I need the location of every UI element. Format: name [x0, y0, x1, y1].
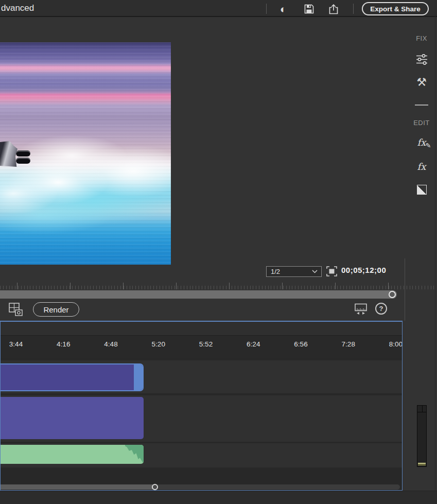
clip-transition-cap[interactable] — [134, 364, 143, 390]
panel-separator — [405, 258, 405, 321]
question-mark: ? — [379, 305, 383, 312]
effects-fx-icon[interactable]: fx — [410, 161, 433, 172]
scrollbar-filled-segment — [1, 484, 156, 490]
fit-screen-icon-svg — [326, 266, 337, 276]
pencil-icon: ✎ — [426, 142, 431, 149]
adjustments-sliders-icon[interactable] — [410, 54, 433, 65]
save-icon-svg — [304, 4, 314, 14]
render-button[interactable]: Render — [33, 302, 79, 317]
ruler-label: 4:16 — [57, 340, 70, 348]
preview-zoom-dropdown[interactable]: 1/2 — [266, 266, 322, 277]
boat-motor-graphic — [16, 158, 30, 164]
ruler-label: 8:00 — [389, 340, 403, 348]
audio-waveform-end — [125, 445, 144, 464]
ruler-label: 5:52 — [199, 340, 213, 348]
app-title: dvanced — [1, 3, 34, 13]
share-icon-svg — [328, 4, 339, 14]
ruler-label: 5:20 — [152, 340, 165, 348]
timeline-header-strip — [1, 322, 402, 336]
top-bar: dvanced ◐ Export & Share — [0, 0, 437, 17]
video-preview-monitor[interactable] — [0, 42, 171, 265]
divider — [266, 4, 267, 14]
meter-level-low — [418, 464, 426, 465]
contrast-icon[interactable]: ◐ — [277, 3, 289, 15]
right-edge-divider — [435, 0, 435, 504]
horizontal-scrollbar-handle[interactable] — [152, 484, 158, 490]
export-share-button[interactable]: Export & Share — [362, 2, 429, 15]
fit-timeline-icon-svg — [354, 303, 368, 315]
fx-glyph: fx — [417, 161, 426, 172]
audio-clip[interactable] — [1, 445, 144, 464]
help-icon[interactable]: ? — [375, 303, 387, 315]
zoom-value: 1/2 — [267, 268, 312, 275]
contrast-glyph: ◐ — [280, 4, 287, 14]
boat-graphic — [0, 141, 18, 167]
mini-timeline-ruler — [0, 283, 435, 289]
timeline-horizontal-scrollbar[interactable] — [1, 484, 400, 490]
ruler-label: 6:24 — [247, 340, 260, 348]
timecode-display: 00;05;12;00 — [341, 266, 386, 274]
applied-effects-icon[interactable]: fx✎ — [410, 137, 433, 148]
share-icon[interactable] — [327, 3, 340, 15]
timeline-ruler[interactable]: 3:444:164:485:205:526:246:567:288:00 — [1, 336, 402, 358]
video-clip[interactable] — [1, 363, 144, 391]
fit-screen-icon[interactable] — [326, 266, 337, 276]
sidebar-fix-label: FIX — [410, 34, 433, 42]
timeline-panel[interactable]: 3:444:164:485:205:526:246:567:288:00 — [0, 321, 403, 491]
gradient-square — [417, 185, 427, 195]
meter-level-high — [418, 463, 426, 464]
fit-timeline-icon[interactable] — [354, 303, 368, 317]
timeline-zoom-scrollbar[interactable] — [0, 290, 397, 299]
ruler-label: 3:44 — [9, 340, 23, 348]
scene-film-camera-icon[interactable] — [9, 303, 23, 319]
scrollbar-handle[interactable] — [389, 291, 396, 298]
film-camera-icon-svg — [9, 303, 23, 317]
boat-motor-graphic — [16, 150, 30, 157]
bottom-strip — [0, 491, 437, 504]
audio-level-meter — [417, 405, 427, 467]
title-clip[interactable] — [1, 397, 144, 439]
sidebar-edit-label: EDIT — [410, 119, 433, 127]
fx-edit-glyph: fx✎ — [417, 137, 426, 148]
sidebar-divider — [415, 105, 428, 106]
tools-glyph: ⚒ — [416, 77, 427, 88]
ruler-label: 6:56 — [294, 340, 307, 348]
save-icon[interactable] — [303, 3, 315, 15]
divider — [353, 4, 354, 14]
meter-channel-divider — [422, 406, 423, 412]
ruler-label: 4:48 — [104, 340, 117, 348]
transitions-gradient-icon[interactable] — [410, 185, 433, 195]
chevron-down-icon — [312, 270, 318, 273]
fix-tools-icon[interactable]: ⚒ — [410, 77, 433, 88]
meter-divider — [417, 412, 426, 412]
sliders-icon-svg — [415, 54, 428, 65]
ruler-label: 7:28 — [342, 340, 355, 348]
